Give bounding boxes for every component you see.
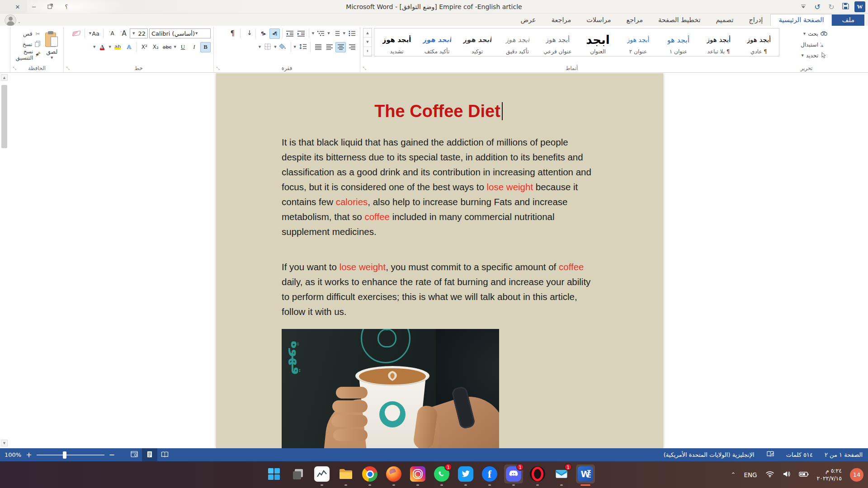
style-intense-emphasis[interactable]: أبجد هوزتأكيد مكثف	[417, 28, 457, 56]
taskbar-file-explorer[interactable]	[336, 465, 355, 483]
taskbar-start[interactable]	[264, 465, 283, 483]
volume-icon[interactable]	[783, 470, 791, 479]
battery-icon[interactable]	[799, 470, 809, 479]
tab-layout[interactable]: تخطيط الصفحة	[651, 14, 708, 26]
paste-dropdown-icon[interactable]: ▼	[51, 56, 53, 60]
font-color-button[interactable]: A	[97, 42, 107, 52]
scroll-down-icon[interactable]: ▼	[1, 440, 8, 446]
tab-file[interactable]: ملف	[832, 14, 864, 26]
borders-button[interactable]	[262, 42, 273, 52]
tab-insert[interactable]: إدراج	[741, 14, 770, 26]
numbering-button[interactable]: 123	[331, 28, 342, 39]
line-spacing-button[interactable]	[297, 42, 308, 52]
zoom-in-icon[interactable]: +	[26, 451, 32, 459]
cut-button[interactable]: ✂ قص	[13, 29, 41, 38]
taskbar-instagram[interactable]	[408, 465, 427, 483]
shrink-font-button[interactable]: Aˇ	[106, 28, 117, 39]
highlight-dropdown-icon[interactable]: ▼	[108, 45, 111, 49]
vertical-scrollbar[interactable]: ▲ ▼	[1, 74, 9, 446]
highlight-button[interactable]: ab	[113, 42, 123, 52]
copy-button[interactable]: نسخ	[13, 40, 41, 49]
show-marks-button[interactable]: ¶	[227, 28, 238, 39]
line-spacing-dropdown-icon[interactable]: ▼	[294, 45, 296, 49]
sort-button[interactable]: AZ	[243, 28, 253, 39]
multilevel-list-button[interactable]	[316, 28, 326, 39]
underline-button[interactable]: U	[178, 42, 188, 52]
tab-references[interactable]: مراجع	[618, 14, 650, 26]
paste-button[interactable]: لصق ▼	[43, 28, 61, 63]
taskbar-chrome[interactable]	[360, 465, 379, 483]
font-color-dropdown-icon[interactable]: ▼	[93, 45, 95, 49]
styles-more-icon[interactable]: ⇟	[363, 47, 372, 56]
tab-mailings[interactable]: مراسلات	[579, 14, 618, 26]
taskbar-opera[interactable]	[528, 465, 547, 483]
align-center-button[interactable]	[335, 42, 346, 52]
borders-dropdown-icon[interactable]: ▼	[259, 45, 261, 49]
underline-dropdown-icon[interactable]: ▼	[174, 45, 176, 49]
taskbar-firefox[interactable]	[384, 465, 403, 483]
align-right-button[interactable]	[347, 42, 357, 52]
style-strong[interactable]: أبجد هوزتشديد	[377, 28, 417, 56]
tab-home[interactable]: الصفحة الرئيسية	[770, 14, 832, 26]
scrollbar-thumb[interactable]	[1, 85, 7, 148]
bold-button[interactable]: B	[200, 42, 211, 52]
style-title[interactable]: ابجدالعنوان	[578, 28, 618, 56]
bullets-dropdown-icon[interactable]: ▼	[343, 32, 345, 35]
justify-button[interactable]	[313, 42, 323, 52]
word-count[interactable]: ٥١٤ كلمات	[786, 451, 813, 458]
web-layout-view-button[interactable]	[127, 448, 142, 461]
italic-button[interactable]: I	[189, 42, 199, 52]
strikethrough-button[interactable]: abc	[162, 42, 173, 52]
taskbar-twitter[interactable]	[456, 465, 475, 483]
style-no-spacing[interactable]: أبجد هوز¶ بلا تباعد	[698, 28, 739, 56]
style-subtitle[interactable]: أبجد هوزعنوان فرعي	[538, 28, 578, 56]
multilevel-dropdown-icon[interactable]: ▼	[312, 32, 314, 35]
proofing-icon[interactable]	[766, 451, 774, 459]
notification-count-badge[interactable]: 14	[850, 468, 863, 482]
wifi-icon[interactable]	[765, 470, 774, 479]
taskbar-discord[interactable]: 1	[504, 465, 523, 483]
style-heading1[interactable]: أبجد هوعنوان ١	[658, 28, 698, 56]
text-effects-button[interactable]: A	[124, 42, 134, 52]
increase-indent-button[interactable]	[296, 28, 307, 39]
style-heading2[interactable]: أبجد هوزعنوان ٢	[618, 28, 658, 56]
zoom-level[interactable]: 100%	[5, 451, 21, 458]
document-page[interactable]: The Coffee Diet It is that black liquid …	[216, 73, 663, 448]
style-emphasis[interactable]: أبجد هوزتوكيد	[457, 28, 497, 56]
taskbar-task-manager[interactable]	[312, 465, 331, 483]
bullets-button[interactable]	[347, 28, 357, 39]
customize-qat-icon[interactable]	[798, 2, 808, 12]
page-indicator[interactable]: الصفحة ١ من ٢	[825, 451, 863, 458]
taskbar-facebook[interactable]: f	[480, 465, 499, 483]
styles-scroll-down-icon[interactable]: ▼	[363, 38, 372, 47]
save-icon[interactable]	[840, 2, 850, 12]
zoom-out-icon[interactable]: −	[109, 451, 115, 459]
change-case-button[interactable]: Aa▼	[88, 28, 100, 39]
clear-formatting-button[interactable]	[71, 28, 82, 39]
read-mode-view-button[interactable]	[157, 448, 173, 461]
input-language[interactable]: ENG	[744, 471, 757, 479]
taskbar-word[interactable]: W	[576, 465, 595, 483]
numbering-dropdown-icon[interactable]: ▼	[327, 32, 330, 35]
tab-review[interactable]: مراجعة	[544, 14, 579, 26]
clock[interactable]: ٥:٢٤ م ٢٠٢٢/٧/١٥	[817, 467, 842, 483]
format-painter-button[interactable]: نسخ التنسيق	[13, 50, 41, 59]
redo-icon[interactable]: ↻	[826, 2, 836, 12]
zoom-slider[interactable]	[37, 455, 104, 455]
font-name-combobox[interactable]: Calibri (أساسي)▼	[149, 28, 211, 38]
tab-view[interactable]: عرض	[513, 14, 543, 26]
zoom-slider-thumb[interactable]	[63, 451, 66, 459]
language-indicator[interactable]: الإنجليزية (الولايات المتحدة الأمريكية)	[664, 451, 755, 458]
superscript-button[interactable]: X²	[139, 42, 150, 52]
taskbar-mail[interactable]: 1	[552, 465, 571, 483]
grow-font-button[interactable]: Aˆ	[118, 28, 128, 39]
select-button[interactable]: تحديد▼	[786, 51, 827, 60]
undo-icon[interactable]: ↺	[812, 2, 822, 12]
align-left-button[interactable]	[324, 42, 335, 52]
style-normal[interactable]: أبجد هوز¶ عادي	[739, 28, 779, 56]
shading-dropdown-icon[interactable]: ▼	[274, 45, 276, 49]
print-layout-view-button[interactable]	[142, 448, 157, 461]
find-button[interactable]: بحث▼	[786, 29, 827, 38]
taskbar-task-view[interactable]	[288, 465, 307, 483]
replace-button[interactable]: abac استبدال	[786, 40, 827, 49]
